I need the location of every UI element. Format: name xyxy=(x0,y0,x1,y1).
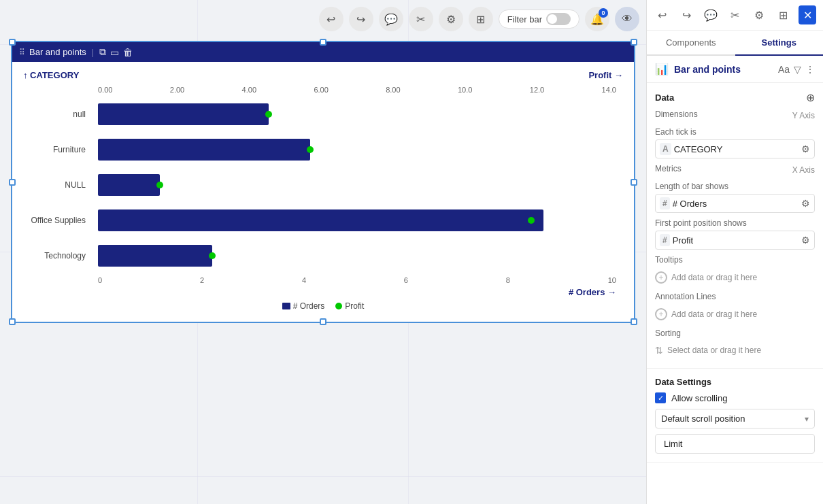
resize-handle-top-left[interactable] xyxy=(9,39,16,46)
resize-handle-top-right[interactable] xyxy=(631,39,637,46)
axis-top-label-5: 10.0 xyxy=(458,86,472,94)
annotation-add-icon: + xyxy=(655,308,667,320)
axis-top-label-7: 14.0 xyxy=(602,86,616,94)
legend-orders-icon xyxy=(282,303,290,309)
panel-content: 📊 Bar and points Aa ▽ ⋮ Data ⊕ Dimension… xyxy=(647,56,823,504)
notification-button[interactable]: 🔔 0 xyxy=(585,7,609,31)
annotation-add-row[interactable]: + Add data or drag it here xyxy=(655,304,815,324)
drag-handle-icon: ⠿ xyxy=(19,48,25,57)
cut-button[interactable]: ✂ xyxy=(409,7,433,31)
panel-component-icons: Aa ▽ ⋮ xyxy=(778,64,815,75)
axis-bottom-label-0: 0 xyxy=(98,276,102,284)
table-row: Furniture xyxy=(98,132,616,167)
bar-track-null xyxy=(98,103,616,125)
redo-button[interactable]: ↪ xyxy=(349,7,373,31)
chart-area: ↑ CATEGORY Profit → 0.00 2.00 4.00 6.00 … xyxy=(12,62,634,322)
legend-profit: Profit xyxy=(335,301,364,311)
orders-input-value: # Orders xyxy=(673,199,799,209)
length-of-bar-label: Length of bar shows xyxy=(655,182,815,191)
bar-point-null xyxy=(265,111,272,118)
bar-label-furniture: Furniture xyxy=(23,145,91,154)
panel-settings-button[interactable]: ⚙ xyxy=(750,5,768,24)
bar-label-technology: Technology xyxy=(23,251,91,261)
chart-x-axis-title: # Orders → xyxy=(569,287,616,297)
legend-profit-label: Profit xyxy=(345,301,364,311)
bars-container: null Furniture xyxy=(23,97,623,273)
panel-layout-button[interactable]: ⊞ xyxy=(775,5,792,24)
orders-gear-icon[interactable]: ⚙ xyxy=(801,198,810,209)
filter-bar-label: Filter bar xyxy=(507,14,542,24)
first-point-label: First point position shows xyxy=(655,218,815,228)
chart-header: ↑ CATEGORY Profit → xyxy=(23,70,623,80)
axis-bottom-labels: 0 2 4 6 8 10 xyxy=(98,276,616,284)
legend-orders-label: # Orders xyxy=(293,301,325,311)
axis-top-label-4: 8.00 xyxy=(386,86,400,94)
table-row: NULL xyxy=(98,167,616,203)
panel-cut-button[interactable]: ✂ xyxy=(726,5,744,24)
sorting-placeholder: Select data or drag it here xyxy=(667,346,761,355)
tab-settings[interactable]: Settings xyxy=(735,31,824,56)
data-settings-section: Data Settings ✓ Allow scrolling Default … xyxy=(647,369,823,463)
data-section-header: Data ⊕ xyxy=(655,91,815,104)
table-row: Technology xyxy=(98,238,616,273)
category-input-value: CATEGORY xyxy=(674,144,799,154)
filter-bar-toggle[interactable]: Filter bar xyxy=(499,10,580,29)
category-input-row[interactable]: A CATEGORY ⚙ xyxy=(655,139,815,158)
data-section-add-button[interactable]: ⊕ xyxy=(806,91,815,104)
scroll-position-select[interactable]: Default scroll position ▾ xyxy=(655,409,815,429)
profit-input-row[interactable]: # Profit ⚙ xyxy=(655,231,815,250)
settings-button[interactable]: ⚙ xyxy=(439,7,463,31)
panel-undo-button[interactable]: ↩ xyxy=(654,5,671,24)
allow-scrolling-checkbox[interactable]: ✓ xyxy=(655,392,666,403)
sorting-icon: ⇅ xyxy=(655,345,663,356)
component-name-label: Bar and points xyxy=(29,47,86,57)
sorting-row[interactable]: ⇅ Select data or drag it here xyxy=(655,341,815,360)
comment-button[interactable]: 💬 xyxy=(379,7,403,31)
category-gear-icon[interactable]: ⚙ xyxy=(801,144,810,154)
orders-input-row[interactable]: # # Orders ⚙ xyxy=(655,194,815,213)
filter-bar-switch[interactable] xyxy=(546,13,571,25)
bar-point-technology xyxy=(209,252,216,259)
profit-gear-icon[interactable]: ⚙ xyxy=(801,235,810,246)
component-layout-button[interactable]: ▭ xyxy=(110,47,119,58)
each-tick-label: Each tick is xyxy=(655,127,815,137)
panel-top-icons: ↩ ↪ 💬 ✂ ⚙ ⊞ ✕ xyxy=(647,0,823,31)
axis-top-label-3: 6.00 xyxy=(314,86,328,94)
bar-point-furniture xyxy=(307,146,314,153)
eye-button[interactable]: 👁 xyxy=(615,7,639,31)
bar-point-office-supplies xyxy=(528,217,535,224)
canvas-area: ↩ ↪ 💬 ✂ ⚙ ⊞ Filter bar 🔔 0 👁 ⠿ Bar and p… xyxy=(0,0,646,504)
panel-tabs: Components Settings xyxy=(647,31,823,56)
tab-components[interactable]: Components xyxy=(647,31,735,56)
axis-top-label-6: 12.0 xyxy=(530,86,544,94)
panel-redo-button[interactable]: ↪ xyxy=(678,5,696,24)
limit-button[interactable]: Limit xyxy=(655,434,815,454)
panel-close-button[interactable]: ✕ xyxy=(799,5,816,24)
category-input-icon: A xyxy=(660,143,671,155)
component-delete-button[interactable]: 🗑 xyxy=(123,47,133,58)
allow-scrolling-row[interactable]: ✓ Allow scrolling xyxy=(655,392,815,403)
bar-track-office-supplies xyxy=(98,209,616,231)
dimensions-header: Dimensions Y Axis xyxy=(655,110,815,122)
resize-handle-top-center[interactable] xyxy=(320,39,326,46)
axis-top-label-0: 0.00 xyxy=(98,86,112,94)
panel-comment-button[interactable]: 💬 xyxy=(702,5,720,24)
bar-fill-NULL xyxy=(98,174,160,196)
bar-chart-icon: 📊 xyxy=(655,63,669,75)
tooltips-add-row[interactable]: + Add data or drag it here xyxy=(655,267,815,288)
undo-button[interactable]: ↩ xyxy=(319,7,343,31)
bar-fill-null xyxy=(98,103,269,125)
component-text-size-button[interactable]: Aa xyxy=(778,64,790,75)
bar-track-technology xyxy=(98,245,616,267)
orders-input-icon: # xyxy=(660,197,670,209)
component-more-button[interactable]: ⋮ xyxy=(805,64,815,75)
chart-y-axis-title: ↑ CATEGORY xyxy=(23,70,79,80)
component-copy-button[interactable]: ⧉ xyxy=(99,46,106,58)
chart-profit-title: Profit → xyxy=(588,70,623,80)
y-axis-label: Y Axis xyxy=(792,111,815,120)
component-filter-button[interactable]: ▽ xyxy=(794,64,801,75)
annotation-label: Annotation Lines xyxy=(655,292,815,301)
axis-bottom-label-8: 8 xyxy=(506,276,510,284)
bar-track-NULL xyxy=(98,174,616,196)
layout-button[interactable]: ⊞ xyxy=(469,7,493,31)
